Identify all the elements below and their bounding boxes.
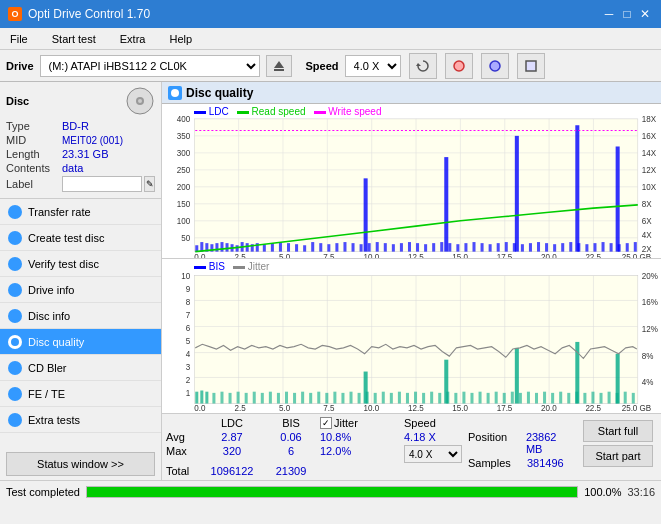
- toolbar-btn-2[interactable]: [445, 53, 473, 79]
- avg-jitter: 10.8%: [320, 431, 400, 443]
- svg-rect-151: [205, 392, 208, 404]
- svg-text:17.5: 17.5: [497, 253, 513, 258]
- menu-start-test[interactable]: Start test: [46, 31, 102, 47]
- svg-rect-178: [382, 392, 385, 404]
- nav-item-extra-tests[interactable]: Extra tests: [0, 407, 161, 433]
- svg-rect-99: [472, 242, 475, 252]
- nav-label-disc-quality: Disc quality: [28, 336, 84, 348]
- toolbar-btn-1[interactable]: [409, 53, 437, 79]
- svg-text:18X: 18X: [642, 115, 657, 124]
- avg-row: Avg 2.87 0.06 10.8% 4.18 X: [166, 431, 464, 443]
- svg-rect-95: [440, 242, 443, 252]
- nav-items: Transfer rate Create test disc Verify te…: [0, 199, 161, 448]
- label-edit-btn[interactable]: ✎: [144, 176, 155, 192]
- chart1-svg: 400 350 300 250 200 150 100 50 18X 16X 1…: [162, 104, 661, 258]
- label-input[interactable]: [62, 176, 142, 192]
- speed-select-target: 4.0 X: [404, 445, 464, 463]
- start-full-button[interactable]: Start full: [583, 420, 653, 442]
- svg-rect-119: [634, 242, 637, 252]
- app-title: Opti Drive Control 1.70: [28, 7, 150, 21]
- svg-text:2.5: 2.5: [235, 253, 247, 258]
- nav-item-fe-te[interactable]: FE / TE: [0, 381, 161, 407]
- nav-item-disc-quality[interactable]: Disc quality: [0, 329, 161, 355]
- svg-text:22.5: 22.5: [585, 253, 601, 258]
- nav-item-create-test-disc[interactable]: Create test disc: [0, 225, 161, 251]
- toolbar-btn-3[interactable]: [481, 53, 509, 79]
- svg-rect-173: [341, 393, 344, 404]
- nav-label-fe-te: FE / TE: [28, 388, 65, 400]
- eject-button[interactable]: [266, 55, 292, 77]
- maximize-button[interactable]: □: [619, 6, 635, 22]
- nav-item-disc-info[interactable]: Disc info: [0, 303, 161, 329]
- nav-label-extra-tests: Extra tests: [28, 414, 80, 426]
- elapsed-time: 33:16: [627, 486, 655, 498]
- mid-key: MID: [6, 134, 62, 146]
- svg-rect-91: [408, 242, 411, 252]
- chart1-container: LDC Read speed Write speed: [162, 104, 661, 259]
- speed-select[interactable]: 4.0 X: [345, 55, 401, 77]
- svg-rect-118: [626, 243, 629, 251]
- svg-text:300: 300: [177, 149, 191, 158]
- jitter-checkbox[interactable]: ✓: [320, 417, 332, 429]
- menu-bar: File Start test Extra Help: [0, 28, 661, 50]
- menu-extra[interactable]: Extra: [114, 31, 152, 47]
- menu-help[interactable]: Help: [163, 31, 198, 47]
- svg-text:2: 2: [186, 375, 191, 386]
- status-window-button[interactable]: Status window >>: [6, 452, 155, 476]
- speed-target-select[interactable]: 4.0 X: [404, 445, 462, 463]
- svg-rect-159: [229, 393, 232, 404]
- svg-text:7: 7: [186, 310, 191, 321]
- svg-text:10.0: 10.0: [364, 253, 380, 258]
- contents-key: Contents: [6, 162, 62, 174]
- type-key: Type: [6, 120, 62, 132]
- total-bis: 21309: [266, 465, 316, 477]
- svg-rect-196: [527, 392, 530, 404]
- position-val: 23862 MB: [526, 431, 575, 455]
- legend-jitter: Jitter: [248, 261, 270, 272]
- svg-rect-116: [610, 243, 613, 251]
- disc-quality-title: Disc quality: [186, 86, 253, 100]
- svg-rect-170: [317, 392, 320, 404]
- svg-text:14X: 14X: [642, 149, 657, 158]
- svg-text:5.0: 5.0: [279, 253, 291, 258]
- svg-rect-112: [577, 243, 580, 251]
- drive-select[interactable]: (M:) ATAPI iHBS112 2 CL0K: [40, 55, 260, 77]
- svg-rect-167: [293, 393, 296, 404]
- svg-text:7.5: 7.5: [323, 402, 334, 413]
- nav-item-transfer-rate[interactable]: Transfer rate: [0, 199, 161, 225]
- progress-bar-fill: [87, 487, 577, 497]
- toolbar-btn-4[interactable]: [517, 53, 545, 79]
- disc-quality-header: Disc quality: [162, 82, 661, 104]
- disc-title: Disc: [6, 95, 29, 107]
- svg-text:22.5: 22.5: [585, 402, 601, 413]
- svg-text:250: 250: [177, 166, 191, 175]
- menu-file[interactable]: File: [4, 31, 34, 47]
- drive-label: Drive: [6, 60, 34, 72]
- svg-rect-82: [335, 243, 338, 251]
- svg-rect-87: [376, 242, 379, 252]
- nav-item-cd-bler[interactable]: CD Bler: [0, 355, 161, 381]
- nav-item-verify-test-disc[interactable]: Verify test disc: [0, 251, 161, 277]
- svg-text:12.5: 12.5: [408, 253, 424, 258]
- svg-rect-189: [470, 393, 473, 404]
- svg-rect-93: [424, 244, 427, 251]
- svg-text:25.0 GB: 25.0 GB: [622, 402, 652, 413]
- minimize-button[interactable]: ─: [601, 6, 617, 22]
- svg-text:20.0: 20.0: [541, 253, 557, 258]
- svg-rect-83: [343, 242, 346, 252]
- svg-text:6: 6: [186, 323, 191, 334]
- svg-rect-81: [327, 244, 330, 251]
- avg-speed: 4.18 X: [404, 431, 464, 443]
- nav-item-drive-info[interactable]: Drive info: [0, 277, 161, 303]
- svg-text:12%: 12%: [642, 324, 658, 335]
- start-part-button[interactable]: Start part: [583, 445, 653, 467]
- progress-bar-container: [86, 486, 578, 498]
- nav-label-transfer-rate: Transfer rate: [28, 206, 91, 218]
- svg-rect-200: [559, 392, 562, 404]
- close-button[interactable]: ✕: [637, 6, 653, 22]
- svg-rect-76: [287, 243, 290, 251]
- svg-rect-69: [444, 157, 448, 252]
- svg-rect-104: [513, 243, 516, 251]
- nav-icon-fe-te: [8, 387, 22, 401]
- position-label: Position: [468, 431, 522, 455]
